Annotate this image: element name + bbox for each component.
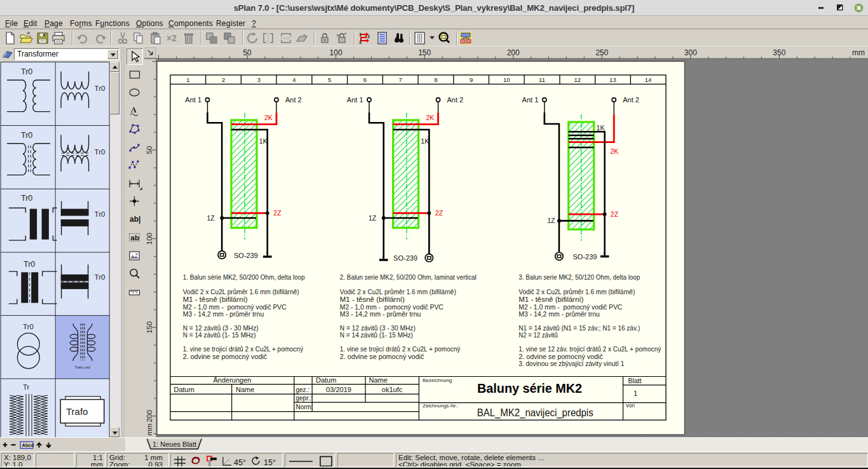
svg-text:12: 12	[574, 76, 581, 83]
svg-text:Tr0: Tr0	[95, 273, 105, 281]
svg-text:gez.:: gez.:	[296, 386, 310, 393]
svg-text:Ant 2: Ant 2	[285, 96, 302, 104]
svg-text:5: 5	[328, 76, 331, 83]
svg-text:2K: 2K	[426, 114, 435, 121]
svg-text:Name: Name	[369, 376, 388, 384]
svg-text:mm: mm	[852, 48, 865, 57]
svg-text:A: A	[131, 105, 137, 114]
svg-text:150: 150	[146, 322, 153, 334]
svg-text:3. Balun serie MK2, 50/120 Ohm: 3. Balun serie MK2, 50/120 Ohm, delta lo…	[519, 273, 640, 281]
svg-text:Ant 1: Ant 1	[185, 96, 201, 104]
svg-text:Ant 1: Ant 1	[522, 96, 539, 104]
svg-text:1. vine se trojicí drátů 2 x C: 1. vine se trojicí drátů 2 x Cu2L + pomo…	[183, 345, 304, 353]
svg-text:Tr0: Tr0	[21, 194, 32, 203]
svg-text:2. odvine se pomocný vodič: 2. odvine se pomocný vodič	[519, 353, 603, 360]
svg-text:BAL_MK2_navijeci_predpis: BAL_MK2_navijeci_predpis	[477, 407, 593, 419]
svg-text:2K: 2K	[264, 114, 273, 121]
svg-text:1: 1	[186, 76, 189, 83]
svg-text:Tr0: Tr0	[23, 323, 34, 330]
svg-text:SO-239: SO-239	[393, 254, 417, 262]
svg-text:100: 100	[330, 48, 342, 57]
svg-text:von: von	[626, 402, 635, 409]
svg-text:1: 1	[634, 390, 637, 397]
svg-text:3: 3	[257, 76, 261, 83]
svg-text:150: 150	[418, 48, 431, 57]
svg-text:Tr0: Tr0	[21, 131, 32, 140]
svg-text:1K: 1K	[597, 124, 605, 132]
svg-text:ab: ab	[131, 234, 139, 241]
svg-text:1. Balun série MK2, 50/200 Ohm: 1. Balun série MK2, 50/200 Ohm, delta lo…	[183, 273, 305, 281]
svg-text:1: Neues Blatt: 1: Neues Blatt	[153, 440, 196, 448]
svg-text:2Z: 2Z	[611, 210, 619, 218]
svg-text:M1 - těsně (bifilární): M1 - těsně (bifilární)	[340, 296, 405, 303]
svg-text:Abcd: Abcd	[22, 442, 34, 448]
svg-text:2: 2	[367, 34, 370, 39]
svg-text:M3 - 14,2 mm - průměr trnu: M3 - 14,2 mm - průměr trnu	[340, 310, 421, 318]
svg-text:M2 - 1,0 mm - pomocný vodič P: M2 - 1,0 mm - pomocný vodič PVC	[183, 303, 287, 311]
svg-text:1Z: 1Z	[207, 214, 215, 222]
svg-text:Name: Name	[236, 386, 254, 393]
svg-text:2. odvine se pomocný vodič: 2. odvine se pomocný vodič	[183, 353, 268, 360]
svg-text:350: 350	[773, 48, 785, 57]
svg-text:gepr.:: gepr.:	[296, 395, 312, 402]
svg-text:1Z: 1Z	[369, 214, 377, 222]
svg-text:Trafo old: Trafo old	[74, 365, 90, 369]
svg-text:4: 4	[292, 76, 295, 83]
svg-text:2. Balun serie MK2, 50/200 Ohm: 2. Balun serie MK2, 50/200 Ohm, laminat …	[340, 273, 477, 281]
svg-text:ok1ufc: ok1ufc	[382, 386, 403, 393]
svg-text:2. odvine se pomocný vodič: 2. odvine se pomocný vodič	[340, 353, 424, 360]
svg-text:1Z: 1Z	[547, 217, 555, 224]
svg-text:1. vine se trojicí drátů 2 x C: 1. vine se trojicí drátů 2 x Cu2L + pomo…	[340, 345, 461, 353]
svg-text:2: 2	[222, 76, 225, 83]
svg-text:Tr0: Tr0	[95, 148, 105, 156]
svg-text:03/2019: 03/2019	[326, 386, 351, 393]
svg-text:Ant 2: Ant 2	[623, 96, 639, 104]
svg-text:100: 100	[146, 233, 153, 245]
svg-text:3: 3	[359, 40, 362, 44]
svg-text:SO-239: SO-239	[234, 252, 258, 259]
svg-text:50: 50	[243, 48, 252, 57]
svg-text:2Z: 2Z	[273, 209, 281, 217]
svg-text:N2 = 12 závitů: N2 = 12 závitů	[519, 331, 558, 339]
svg-text:Datum: Datum	[174, 386, 194, 393]
svg-text:M1 - těsně (bifilární): M1 - těsně (bifilární)	[519, 296, 583, 303]
svg-text:N = 14 závitů (1- 15 MHz): N = 14 závitů (1- 15 MHz)	[340, 331, 413, 339]
svg-text:Ant 2: Ant 2	[447, 96, 464, 104]
svg-text:Bezeichnung: Bezeichnung	[423, 377, 452, 383]
svg-text:200: 200	[507, 48, 520, 57]
svg-text:Tr0: Tr0	[95, 210, 105, 218]
svg-text:Tr0: Tr0	[24, 260, 35, 269]
svg-text:Baluny série MK2: Baluny série MK2	[477, 381, 582, 395]
svg-text:300: 300	[684, 48, 697, 57]
svg-text:Norm:: Norm:	[296, 404, 313, 411]
svg-text:45°: 45°	[234, 458, 246, 467]
svg-text:10: 10	[503, 76, 510, 83]
svg-text:Datum: Datum	[316, 376, 336, 384]
svg-text:Vodič 2 x Cu2L průměr 1.6 mm (: Vodič 2 x Cu2L průměr 1.6 mm (bifilárně)	[340, 288, 456, 296]
svg-text:Vodič 2 x Cu2L průměr 1.6 mm (: Vodič 2 x Cu2L průměr 1.6 mm (bifilárně)	[519, 288, 635, 296]
svg-text:200: 200	[146, 410, 153, 422]
svg-text:14: 14	[645, 76, 652, 83]
svg-text:13: 13	[609, 76, 616, 83]
svg-text:1K: 1K	[259, 137, 268, 145]
svg-text:Tr0: Tr0	[95, 85, 105, 92]
svg-text:M3 - 14,2 mm - průměr trnu: M3 - 14,2 mm - průměr trnu	[183, 310, 264, 318]
svg-text:250: 250	[595, 48, 608, 57]
svg-text:mm: mm	[146, 423, 153, 435]
svg-text:Tr: Tr	[23, 383, 30, 391]
svg-text:15°: 15°	[264, 458, 276, 467]
svg-text:Vodič 2 x Cu2L průměr 1.6 mm (: Vodič 2 x Cu2L průměr 1.6 mm (bifilárně)	[183, 288, 299, 296]
svg-text:SO-239: SO-239	[573, 253, 597, 261]
svg-text:7: 7	[398, 76, 402, 83]
svg-text:Zeichnungs-Nr.:: Zeichnungs-Nr.:	[423, 403, 458, 409]
svg-text:2Z: 2Z	[435, 209, 444, 217]
svg-text:11: 11	[539, 76, 545, 83]
svg-text:Ant 1: Ant 1	[347, 96, 363, 104]
svg-text:1: 1	[359, 32, 362, 37]
svg-text:2K: 2K	[611, 147, 619, 155]
svg-text:50: 50	[146, 146, 153, 154]
svg-text:1K: 1K	[421, 137, 429, 145]
svg-text:Trafo: Trafo	[66, 406, 88, 417]
svg-text:M1 - těsně (bifilární): M1 - těsně (bifilární)	[183, 296, 248, 303]
svg-text:M2 - 1,0 mm - pomocný vodič P: M2 - 1,0 mm - pomocný vodič PVC	[519, 303, 622, 311]
